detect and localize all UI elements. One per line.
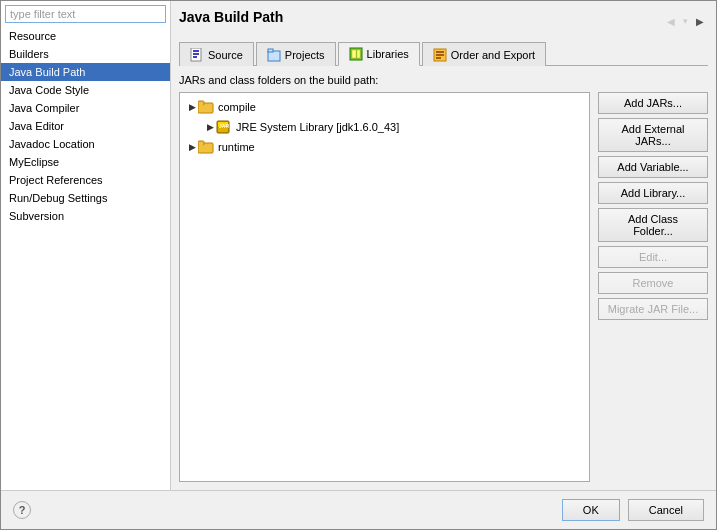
tree-item-jre-label: JRE System Library [jdk1.6.0_43] [236, 121, 399, 133]
tab-libraries[interactable]: Libraries [338, 42, 420, 66]
expand-arrow-runtime[interactable]: ▶ [186, 141, 198, 153]
jar-icon-jre: JAR [216, 119, 232, 135]
dialog: Resource Builders Java Build Path Java C… [0, 0, 717, 530]
remove-button[interactable]: Remove [598, 272, 708, 294]
tree-item-runtime-label: runtime [218, 141, 255, 153]
panel-header: Java Build Path ◀ ▾ ▶ [179, 9, 708, 33]
folder-icon-compile [198, 99, 214, 115]
svg-rect-8 [357, 50, 360, 58]
panel-body: ▶ compile ▶ [179, 92, 708, 482]
migrate-jar-button[interactable]: Migrate JAR File... [598, 298, 708, 320]
svg-rect-15 [199, 104, 203, 106]
edit-button[interactable]: Edit... [598, 246, 708, 268]
tab-source[interactable]: Source [179, 42, 254, 66]
ok-button[interactable]: OK [562, 499, 620, 521]
sidebar-item-java-editor[interactable]: Java Editor [1, 117, 170, 135]
filter-input[interactable] [5, 5, 166, 23]
expand-arrow-jre[interactable]: ▶ [204, 121, 216, 133]
page-title: Java Build Path [179, 9, 283, 25]
forward-arrow-icon[interactable]: ▶ [692, 14, 708, 29]
back-arrow-icon[interactable]: ◀ [663, 14, 679, 29]
sidebar-item-java-code-style[interactable]: Java Code Style [1, 81, 170, 99]
main-panel: Java Build Path ◀ ▾ ▶ [171, 1, 716, 490]
add-jars-button[interactable]: Add JARs... [598, 92, 708, 114]
footer-left: ? [13, 501, 31, 519]
sidebar-item-resource[interactable]: Resource [1, 27, 170, 45]
tree-item-runtime[interactable]: ▶ runtime [184, 137, 585, 157]
add-variable-button[interactable]: Add Variable... [598, 156, 708, 178]
content-area: Resource Builders Java Build Path Java C… [1, 1, 716, 490]
sidebar-item-java-compiler[interactable]: Java Compiler [1, 99, 170, 117]
sidebar-item-builders[interactable]: Builders [1, 45, 170, 63]
svg-rect-7 [352, 50, 356, 58]
sidebar-item-run-debug-settings[interactable]: Run/Debug Settings [1, 189, 170, 207]
order-icon [433, 48, 447, 62]
tree-item-jre[interactable]: ▶ JAR JRE System Library [jdk1.6.0_43] [184, 117, 585, 137]
tree-area[interactable]: ▶ compile ▶ [179, 92, 590, 482]
right-buttons: Add JARs... Add External JARs... Add Var… [598, 92, 708, 482]
svg-rect-22 [199, 144, 203, 146]
tab-projects[interactable]: Projects [256, 42, 336, 66]
svg-text:JAR: JAR [219, 123, 229, 129]
add-external-jars-button[interactable]: Add External JARs... [598, 118, 708, 152]
tree-item-compile[interactable]: ▶ compile [184, 97, 585, 117]
libraries-icon [349, 47, 363, 61]
svg-rect-5 [268, 49, 273, 52]
source-icon [190, 48, 204, 62]
sidebar-item-javadoc-location[interactable]: Javadoc Location [1, 135, 170, 153]
footer: ? OK Cancel [1, 490, 716, 529]
footer-right: OK Cancel [562, 499, 704, 521]
folder-icon-runtime [198, 139, 214, 155]
tab-order-and-export[interactable]: Order and Export [422, 42, 546, 66]
sidebar-item-project-references[interactable]: Project References [1, 171, 170, 189]
add-library-button[interactable]: Add Library... [598, 182, 708, 204]
tab-bar: Source Projects [179, 41, 708, 66]
separator: ▾ [683, 16, 688, 26]
sidebar-item-myeclipse[interactable]: MyEclipse [1, 153, 170, 171]
sidebar: Resource Builders Java Build Path Java C… [1, 1, 171, 490]
projects-icon [267, 48, 281, 62]
panel-subtitle: JARs and class folders on the build path… [179, 74, 708, 86]
cancel-button[interactable]: Cancel [628, 499, 704, 521]
sidebar-item-subversion[interactable]: Subversion [1, 207, 170, 225]
tree-item-compile-label: compile [218, 101, 256, 113]
sidebar-item-java-build-path[interactable]: Java Build Path [1, 63, 170, 81]
help-icon[interactable]: ? [13, 501, 31, 519]
add-class-folder-button[interactable]: Add Class Folder... [598, 208, 708, 242]
expand-arrow-compile[interactable]: ▶ [186, 101, 198, 113]
